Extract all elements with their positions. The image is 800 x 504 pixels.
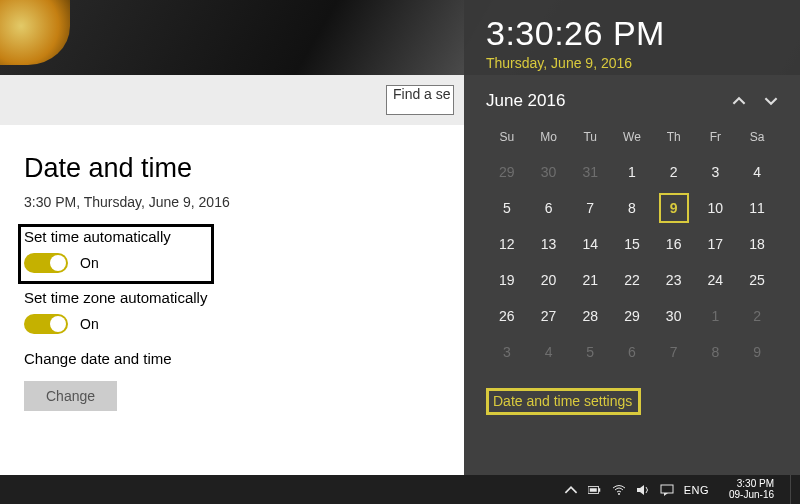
calendar-dow: Mo [528,125,570,154]
calendar-day[interactable]: 30 [653,298,695,334]
taskbar-date: 09-Jun-16 [729,490,774,501]
auto-time-toggle[interactable] [24,253,68,273]
calendar-day[interactable]: 13 [528,226,570,262]
calendar-grid: SuMoTuWeThFrSa 2930311234567891011121314… [486,125,778,370]
calendar-day[interactable]: 23 [653,262,695,298]
auto-time-label: Set time automatically [24,228,440,245]
tray-chevron-up-icon[interactable] [564,483,578,497]
system-tray: ENG 3:30 PM 09-Jun-16 [564,475,796,504]
volume-icon[interactable] [636,483,650,497]
battery-icon[interactable] [588,483,602,497]
taskbar-time: 3:30 PM [729,479,774,490]
wifi-icon[interactable] [612,483,626,497]
calendar-day[interactable]: 2 [653,154,695,190]
calendar-day[interactable]: 27 [528,298,570,334]
calendar-day[interactable]: 1 [611,154,653,190]
calendar-day[interactable]: 5 [569,334,611,370]
calendar-day[interactable]: 11 [736,190,778,226]
calendar-dow: Fr [695,125,737,154]
calendar-day[interactable]: 8 [695,334,737,370]
change-datetime-label: Change date and time [24,350,440,367]
calendar-month-label[interactable]: June 2016 [486,91,565,111]
calendar-day[interactable]: 24 [695,262,737,298]
calendar-day[interactable]: 17 [695,226,737,262]
calendar-day[interactable]: 16 [653,226,695,262]
calendar-day[interactable]: 8 [611,190,653,226]
calendar-day[interactable]: 26 [486,298,528,334]
change-button[interactable]: Change [24,381,117,411]
language-indicator[interactable]: ENG [684,484,709,496]
calendar-day[interactable]: 3 [486,334,528,370]
calendar-day[interactable]: 18 [736,226,778,262]
calendar-day[interactable]: 6 [528,190,570,226]
calendar-day[interactable]: 29 [611,298,653,334]
calendar-dow: Sa [736,125,778,154]
settings-search-input[interactable]: Find a se [386,85,454,115]
calendar-day[interactable]: 4 [528,334,570,370]
svg-rect-1 [598,488,600,492]
calendar-day[interactable]: 29 [486,154,528,190]
settings-date-time-page: Date and time 3:30 PM, Thursday, June 9,… [0,125,464,475]
auto-timezone-state: On [80,316,99,332]
auto-timezone-toggle[interactable] [24,314,68,334]
calendar-dow: Su [486,125,528,154]
auto-time-state: On [80,255,99,271]
calendar-day[interactable]: 14 [569,226,611,262]
calendar-day[interactable]: 2 [736,298,778,334]
calendar-day[interactable]: 20 [528,262,570,298]
calendar-day[interactable]: 30 [528,154,570,190]
settings-search-bar: Find a se [0,75,464,125]
calendar-dow: Tu [569,125,611,154]
action-center-icon[interactable] [660,483,674,497]
calendar-day[interactable]: 9 [736,334,778,370]
calendar-day[interactable]: 28 [569,298,611,334]
current-datetime-text: 3:30 PM, Thursday, June 9, 2016 [24,194,440,210]
calendar-day[interactable]: 3 [695,154,737,190]
calendar-day[interactable]: 19 [486,262,528,298]
calendar-day[interactable]: 6 [611,334,653,370]
svg-rect-2 [589,488,596,492]
calendar-day[interactable]: 12 [486,226,528,262]
calendar-flyout: 3:30:26 PM Thursday, June 9, 2016 June 2… [464,0,800,475]
chevron-up-icon[interactable] [732,94,746,108]
calendar-day[interactable]: 4 [736,154,778,190]
calendar-day[interactable]: 15 [611,226,653,262]
calendar-day[interactable]: 22 [611,262,653,298]
taskbar-clock[interactable]: 3:30 PM 09-Jun-16 [729,479,774,500]
date-time-settings-link[interactable]: Date and time settings [486,388,641,415]
calendar-day[interactable]: 7 [569,190,611,226]
auto-timezone-label: Set time zone automatically [24,289,440,306]
calendar-day[interactable]: 21 [569,262,611,298]
chevron-down-icon[interactable] [764,94,778,108]
calendar-day[interactable]: 5 [486,190,528,226]
svg-point-3 [618,493,620,495]
calendar-day[interactable]: 25 [736,262,778,298]
calendar-dow: We [611,125,653,154]
page-title: Date and time [24,153,440,184]
calendar-day[interactable]: 10 [695,190,737,226]
calendar-dow: Th [653,125,695,154]
calendar-day[interactable]: 7 [653,334,695,370]
svg-rect-4 [661,485,673,493]
show-desktop-button[interactable] [790,475,796,504]
calendar-day[interactable]: 31 [569,154,611,190]
calendar-day[interactable]: 1 [695,298,737,334]
flyout-time: 3:30:26 PM [486,14,778,53]
flyout-date[interactable]: Thursday, June 9, 2016 [486,55,778,71]
calendar-day-today[interactable]: 9 [653,190,695,226]
taskbar: ENG 3:30 PM 09-Jun-16 [0,475,800,504]
